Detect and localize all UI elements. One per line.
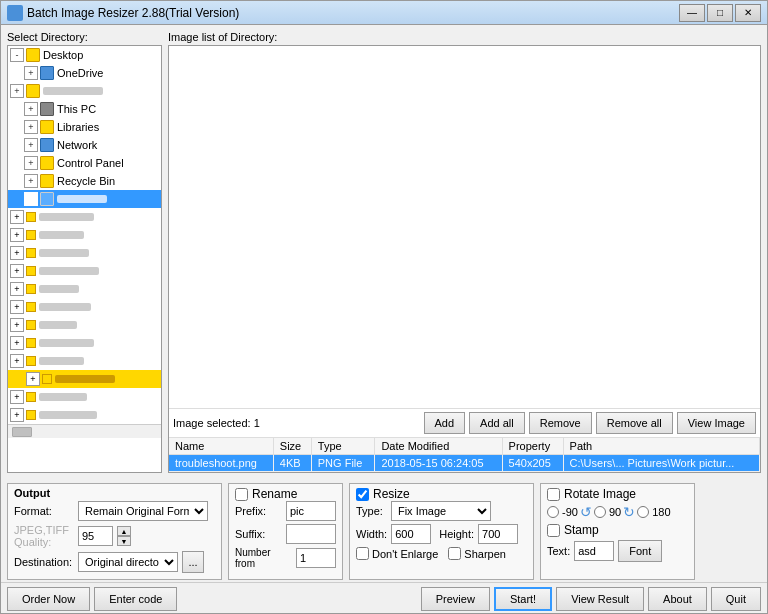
folder-icon-desktop (26, 48, 40, 62)
output-label: Output (14, 487, 215, 499)
r-plus90-radio[interactable] (594, 506, 606, 518)
tree-item-b3[interactable]: + (8, 244, 161, 262)
quality-up-btn[interactable]: ▲ (117, 526, 131, 536)
cell-size: 4KB (273, 455, 311, 472)
rename-label: Rename (252, 487, 297, 501)
height-input[interactable] (478, 524, 518, 544)
r-180-radio[interactable] (637, 506, 649, 518)
destination-select[interactable]: Original directory (78, 552, 178, 572)
tree-item-thispc[interactable]: + This PC (8, 100, 161, 118)
order-now-button[interactable]: Order Now (7, 587, 90, 611)
add-all-button[interactable]: Add all (469, 412, 525, 434)
cell-name: troubleshoot.png (169, 455, 273, 472)
tree-item-b5[interactable]: + (8, 280, 161, 298)
table-row[interactable]: troubleshoot.png 4KB PNG File 2018-05-15… (169, 455, 760, 472)
resize-label: Resize (373, 487, 410, 501)
quality-row: JPEG,TIFF Quality: ▲ ▼ (14, 524, 215, 548)
quit-button[interactable]: Quit (711, 587, 761, 611)
view-image-button[interactable]: View Image (677, 412, 756, 434)
tree-item-b4[interactable]: + (8, 262, 161, 280)
tree-item-recyclebin[interactable]: + Recycle Bin (8, 172, 161, 190)
text-label: Text: (547, 545, 570, 557)
tree-item-b10[interactable]: + (8, 388, 161, 406)
expand-recyclebin[interactable]: + (24, 174, 38, 188)
rotate-checkbox[interactable] (547, 488, 560, 501)
expand-user[interactable]: + (10, 84, 24, 98)
prefix-input[interactable] (286, 501, 336, 521)
tree-item-controlpanel[interactable]: + Control Panel (8, 154, 161, 172)
cell-date: 2018-05-15 06:24:05 (375, 455, 502, 472)
expand-onedrive[interactable]: + (24, 66, 38, 80)
tree-item-highlighted[interactable]: + (8, 370, 161, 388)
preview-button[interactable]: Preview (421, 587, 490, 611)
tree-item-b11[interactable]: + (8, 406, 161, 424)
width-input[interactable] (391, 524, 431, 544)
rotate-header: Rotate Image (547, 487, 688, 501)
tree-item-selected[interactable]: + (8, 190, 161, 208)
remove-button[interactable]: Remove (529, 412, 592, 434)
font-button[interactable]: Font (618, 540, 662, 562)
format-select[interactable]: Remain Original Format (78, 501, 208, 521)
expand-desktop[interactable]: - (10, 48, 24, 62)
col-property: Property (502, 438, 563, 455)
col-date: Date Modified (375, 438, 502, 455)
type-select[interactable]: Fix Image Percentage Fixed Width Fixed H… (391, 501, 491, 521)
monitor-icon-thispc (40, 102, 54, 116)
minimize-button[interactable]: — (679, 4, 705, 22)
enter-code-button[interactable]: Enter code (94, 587, 177, 611)
prefix-label: Prefix: (235, 505, 282, 517)
stamp-checkbox[interactable] (547, 524, 560, 537)
view-result-button[interactable]: View Result (556, 587, 644, 611)
expand-network[interactable]: + (24, 138, 38, 152)
tree-item-libraries[interactable]: + Libraries (8, 118, 161, 136)
quality-input[interactable] (78, 526, 113, 546)
start-button[interactable]: Start! (494, 587, 552, 611)
sharpen-checkbox[interactable] (448, 547, 461, 560)
image-table: Name Size Type Date Modified Property Pa… (169, 438, 760, 472)
tree-item-b2[interactable]: + (8, 226, 161, 244)
r-minus90-radio[interactable] (547, 506, 559, 518)
stamp-text-input[interactable] (574, 541, 614, 561)
number-from-input[interactable] (296, 548, 336, 568)
expand-controlpanel[interactable]: + (24, 156, 38, 170)
expand-thispc[interactable]: + (24, 102, 38, 116)
number-from-label: Number from (235, 547, 292, 569)
maximize-button[interactable]: □ (707, 4, 733, 22)
window-controls: — □ ✕ (679, 4, 761, 22)
tree-label-controlpanel: Control Panel (57, 157, 124, 169)
destination-label: Destination: (14, 556, 74, 568)
dont-enlarge-label: Don't Enlarge (356, 547, 438, 560)
tree-item-b1[interactable]: + (8, 208, 161, 226)
about-button[interactable]: About (648, 587, 707, 611)
stamp-label: Stamp (564, 523, 599, 537)
blurred-user-label (43, 87, 103, 95)
r-plus90-label: 90 (594, 506, 621, 518)
rename-checkbox[interactable] (235, 488, 248, 501)
expand-selected[interactable]: + (24, 192, 38, 206)
remove-all-button[interactable]: Remove all (596, 412, 673, 434)
tree-label-onedrive: OneDrive (57, 67, 103, 79)
tree-item-b7[interactable]: + (8, 316, 161, 334)
r-180-label: 180 (637, 506, 670, 518)
tree-item-b9[interactable]: + (8, 352, 161, 370)
suffix-input[interactable] (286, 524, 336, 544)
add-button[interactable]: Add (424, 412, 466, 434)
dont-enlarge-checkbox[interactable] (356, 547, 369, 560)
tree-label-recyclebin: Recycle Bin (57, 175, 115, 187)
resize-checkbox[interactable] (356, 488, 369, 501)
expand-libraries[interactable]: + (24, 120, 38, 134)
close-button[interactable]: ✕ (735, 4, 761, 22)
tree-item-b8[interactable]: + (8, 334, 161, 352)
tree-item-network[interactable]: + Network (8, 136, 161, 154)
tree-item-onedrive[interactable]: + OneDrive (8, 64, 161, 82)
image-selected-count: Image selected: 1 (173, 417, 420, 429)
quality-down-btn[interactable]: ▼ (117, 536, 131, 546)
image-table-container: Name Size Type Date Modified Property Pa… (169, 437, 760, 472)
tree-item-desktop[interactable]: - Desktop (8, 46, 161, 64)
tree-inner[interactable]: - Desktop + OneDrive + (8, 46, 161, 472)
height-label: Height: (439, 528, 474, 540)
browse-btn[interactable]: ... (182, 551, 204, 573)
tree-item-user[interactable]: + (8, 82, 161, 100)
tree-item-b6[interactable]: + (8, 298, 161, 316)
tree-horizontal-scroll[interactable] (8, 424, 161, 438)
